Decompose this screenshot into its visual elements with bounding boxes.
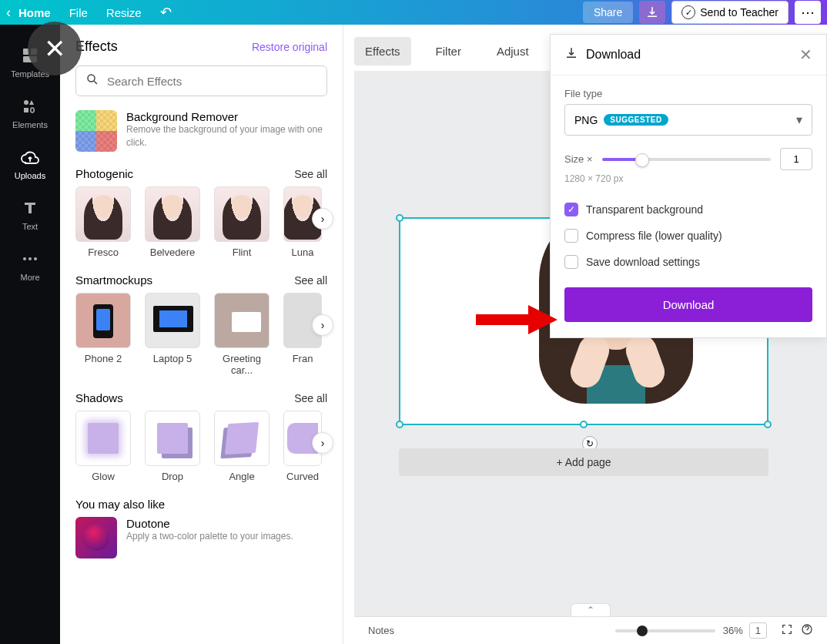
effect-belvedere[interactable]: Belvedere <box>145 186 200 258</box>
background-remover-item[interactable]: Background Remover Remove the background… <box>75 110 327 152</box>
download-header-icon <box>564 46 578 63</box>
compress-file-label: Compress file (lower quality) <box>586 230 722 242</box>
page-indicator[interactable]: 1 <box>749 622 767 639</box>
send-to-teacher-label: Send to Teacher <box>700 6 778 18</box>
sidebar-item-elements[interactable]: Elements <box>0 88 60 139</box>
duotone-title: Duotone <box>126 517 293 530</box>
duotone-item[interactable]: Duotone Apply a two-color palette to you… <box>75 517 327 558</box>
mockup-greeting-card[interactable]: Greeting car... <box>214 293 270 376</box>
duotone-thumb <box>75 517 117 558</box>
sidebar-label-uploads: Uploads <box>15 171 45 180</box>
photogenic-next-arrow[interactable]: › <box>312 208 333 230</box>
sidebar-item-text[interactable]: Text <box>0 190 60 240</box>
download-panel: Download ✕ File type PNG SUGGESTED ▾ Siz… <box>550 34 827 338</box>
smartmockups-next-arrow[interactable]: › <box>312 314 333 336</box>
bottom-status-bar: Notes 36% 1 <box>354 616 827 644</box>
effects-panel-title: Effects <box>75 39 118 55</box>
share-button[interactable]: Share <box>583 2 633 23</box>
size-slider[interactable] <box>602 158 772 161</box>
notes-button[interactable]: Notes <box>368 625 394 636</box>
svg-point-3 <box>24 100 28 105</box>
effects-side-panel: Effects Restore original Background Remo… <box>60 25 343 644</box>
shadow-drop[interactable]: Drop <box>145 411 200 482</box>
top-nav-left: Home File Resize ↶ <box>18 4 172 21</box>
photogenic-title: Photogenic <box>75 167 133 180</box>
checkbox-icon <box>564 229 578 243</box>
close-panel-button[interactable]: ✕ <box>28 22 82 75</box>
file-type-select[interactable]: PNG SUGGESTED ▾ <box>564 104 812 136</box>
tab-adjust[interactable]: Adjust <box>486 37 540 65</box>
back-chevron-icon[interactable]: ‹ <box>6 5 11 21</box>
mockup-laptop5[interactable]: Laptop 5 <box>145 293 200 376</box>
resize-handle[interactable] <box>764 421 772 428</box>
send-to-teacher-button[interactable]: ✓ Send to Teacher <box>671 1 788 24</box>
photogenic-see-all[interactable]: See all <box>294 168 327 180</box>
zoom-level: 36% <box>723 625 743 636</box>
effect-flint[interactable]: Flint <box>214 186 270 258</box>
you-may-also-like-section: You may also like Duotone Apply a two-co… <box>75 498 327 558</box>
left-sidebar: Templates Elements Uploads Text More <box>0 25 60 644</box>
file-menu[interactable]: File <box>69 6 88 19</box>
file-type-value: PNG <box>574 114 598 126</box>
checkbox-icon <box>564 255 578 269</box>
suggested-badge: SUGGESTED <box>604 114 668 126</box>
background-remover-desc: Remove the background of your image with… <box>126 123 327 149</box>
sidebar-item-uploads[interactable]: Uploads <box>0 139 60 190</box>
checkbox-checked-icon: ✓ <box>564 203 578 216</box>
mockup-phone2[interactable]: Phone 2 <box>75 293 131 376</box>
svg-point-8 <box>88 75 95 82</box>
file-type-label: File type <box>564 88 812 99</box>
search-effects-box[interactable] <box>75 65 327 96</box>
tab-effects[interactable]: Effects <box>354 37 411 65</box>
sidebar-label-elements: Elements <box>12 120 48 129</box>
download-title: Download <box>586 48 792 62</box>
shadow-angle[interactable]: Angle <box>214 411 270 482</box>
smartmockups-see-all[interactable]: See all <box>294 274 327 287</box>
download-icon-button[interactable] <box>639 1 665 24</box>
fullscreen-icon[interactable] <box>781 623 793 638</box>
undo-icon[interactable]: ↶ <box>160 4 172 21</box>
photogenic-section: Photogenic See all Fresco Belvedere Flin… <box>75 167 327 258</box>
add-page-button[interactable]: + Add page <box>399 448 768 476</box>
dimensions-text: 1280 × 720 px <box>564 173 812 184</box>
size-label: Size × <box>564 153 593 165</box>
transparent-bg-checkbox[interactable]: ✓ Transparent background <box>564 196 812 223</box>
tab-filter[interactable]: Filter <box>425 37 472 65</box>
help-icon[interactable] <box>801 623 813 638</box>
mockup-frame[interactable]: Fran <box>283 293 322 376</box>
shadows-title: Shadows <box>75 391 123 404</box>
top-menu-bar: ‹ Home File Resize ↶ Share ✓ Send to Tea… <box>0 0 827 25</box>
home-link[interactable]: Home <box>18 6 51 19</box>
close-download-icon[interactable]: ✕ <box>799 45 812 64</box>
size-input[interactable] <box>780 148 812 170</box>
sidebar-label-text: Text <box>22 222 38 231</box>
search-effects-input[interactable] <box>107 75 317 88</box>
search-icon <box>85 72 99 89</box>
svg-point-6 <box>28 257 32 260</box>
collapse-chevron-icon[interactable]: ⌃ <box>571 603 611 616</box>
effect-fresco[interactable]: Fresco <box>75 186 131 258</box>
resize-menu[interactable]: Resize <box>106 6 142 19</box>
annotation-arrow-icon <box>474 304 559 339</box>
transparent-bg-label: Transparent background <box>586 203 703 216</box>
download-button[interactable]: Download <box>564 287 812 322</box>
also-like-title: You may also like <box>75 498 165 511</box>
restore-original-link[interactable]: Restore original <box>252 41 327 53</box>
sidebar-item-more[interactable]: More <box>0 240 60 291</box>
more-menu-button[interactable]: ⋯ <box>795 1 821 24</box>
background-remover-title: Background Remover <box>126 110 327 123</box>
shadow-glow[interactable]: Glow <box>75 411 131 482</box>
zoom-slider[interactable] <box>615 629 715 632</box>
compress-file-checkbox[interactable]: Compress file (lower quality) <box>564 223 812 249</box>
sidebar-label-more: More <box>20 273 39 282</box>
duotone-desc: Apply a two-color palette to your images… <box>126 530 293 543</box>
chevron-down-icon: ▾ <box>796 112 802 127</box>
resize-handle[interactable] <box>396 214 403 222</box>
save-settings-checkbox[interactable]: Save download settings <box>564 249 812 275</box>
shadows-next-arrow[interactable]: › <box>312 432 333 454</box>
resize-handle[interactable] <box>396 421 403 428</box>
size-row: Size × <box>564 148 812 170</box>
background-remover-thumb <box>75 110 117 152</box>
shadows-see-all[interactable]: See all <box>294 392 327 404</box>
svg-rect-4 <box>24 108 28 112</box>
